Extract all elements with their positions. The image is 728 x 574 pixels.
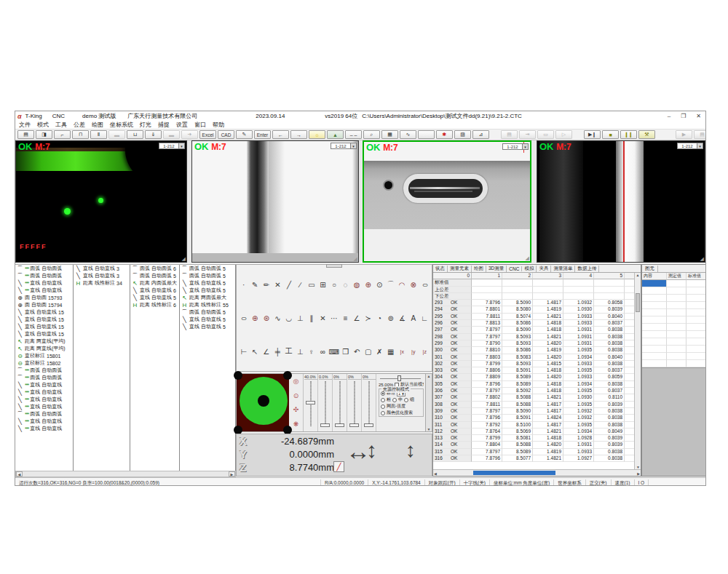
arc-cross-tool[interactable]: ⊗ [408,279,419,290]
menu-item[interactable]: 模式 [37,121,49,129]
results-tab[interactable]: CNC [507,266,522,271]
pause-button[interactable]: ❙❙ [620,130,637,139]
table-row[interactable]: 306OK7.87978.50921.48181.09350.80371.098… [433,388,634,394]
table-row[interactable]: 314OK7.88048.50881.48201.09310.80391.098… [433,442,634,448]
element-row[interactable] [642,302,706,309]
calculator-tool[interactable]: ▦ [386,346,396,356]
results-tab[interactable]: 测量元素 [448,266,472,272]
element-row[interactable] [642,346,706,353]
table-row[interactable]: 294OK7.88018.50801.48191.09300.80391.098… [433,306,634,313]
diagonal-move-button[interactable]: ╱ [333,461,344,472]
keyboard-tool[interactable]: ⌨ [329,346,339,356]
slider-thumb[interactable] [320,423,330,427]
vscroll-thumb[interactable] [636,293,640,312]
camera-zoom-select[interactable]: 1-212▾ [331,143,357,149]
circle-pattern2-tool[interactable]: ⊛ [261,313,272,323]
table-row[interactable]: 300OK7.88108.50861.48191.09350.80381.098… [433,347,634,354]
placeholder-button[interactable]: ▬ [108,130,125,139]
light-slider-3[interactable]: 0% [333,374,347,431]
magnifier-button[interactable]: ⌕ [363,130,380,139]
list-item[interactable]: ⌒***圆弧自动圆弧 [15,374,73,381]
table-row[interactable]: 295OK7.88118.50741.48211.09330.80401.098… [433,314,634,320]
circle-tool[interactable]: ○ [329,279,339,290]
results-tab[interactable]: 绘图 [472,266,486,272]
list-item[interactable]: ⊖直径标注15801 [15,352,73,359]
list-item[interactable]: ╲***直线自动直线 [15,425,73,432]
element-row[interactable] [642,295,706,302]
light-slider-2[interactable]: 0.0% [318,374,333,431]
column-down-button[interactable]: ⇓ [145,130,162,139]
save2-button[interactable]: ▤ [694,130,706,139]
list-item[interactable]: ↖距离两直线(平均) [15,338,73,345]
light-panel-scrollbar[interactable]: ▲▼ [425,374,432,431]
list-item[interactable]: ⊕圆自动圆15794 [15,301,73,308]
list-item[interactable]: ╲直线自动直线5 [130,294,179,301]
list-item[interactable]: ╲直线自动直线5 [180,287,235,294]
list-item[interactable]: ⌒圆弧自动圆弧5 [180,308,235,316]
right-angle-tool[interactable]: ∟ [420,313,430,323]
run-tool-button[interactable]: ⚒ [638,130,655,139]
menu-item[interactable]: 坐标系统 [110,121,133,129]
link-tool[interactable]: ∞ [318,346,328,356]
circle-pattern-tool[interactable]: ⊕ [250,313,261,323]
results-hscrollbar[interactable]: ◀ ▶ [433,469,641,476]
palette-collapse-button[interactable] [326,264,342,268]
element-row[interactable] [642,324,706,331]
jog-xy-vertical-icon[interactable]: ↕ [366,434,377,466]
table-row[interactable]: 308OK7.88118.50881.48171.09350.80391.098… [433,402,634,408]
list-item[interactable]: ╲直线自动直线3 [74,265,130,272]
minus-minus-button[interactable]: – – [345,130,362,139]
camera-view-2[interactable]: OK M:71-212▾◢ [191,140,359,263]
list-item[interactable]: ⌒***圆弧自动圆弧 [15,272,73,279]
list-item[interactable]: ╲***直线自动直线 [15,403,73,410]
line-scan-tool[interactable]: ∕ [296,279,306,290]
ellipse-scan-tool[interactable]: ○ [237,313,251,323]
element-row[interactable] [642,338,706,346]
select-rect-tool[interactable]: ▢ [363,346,373,356]
angle-measure-tool[interactable]: ∡ [397,313,407,323]
dither-button[interactable]: ▨ [454,130,471,139]
results-tab[interactable]: 夹具 [537,266,551,272]
copy-tool[interactable]: ❐ [341,346,351,356]
light-slider-4[interactable]: 0% [347,374,362,431]
camera-view-1[interactable]: FFFFFOK M:71-212▾◢ [15,140,187,263]
circle-dot-tool[interactable]: ⊙ [374,279,384,290]
element-row[interactable] [642,331,706,338]
angle2-tool[interactable]: ≻ [363,313,373,323]
hscroll-thumb[interactable] [473,471,555,475]
list-item[interactable]: ⊕圆自动圆15793 [15,294,73,301]
multi-point-tool[interactable]: ⋯ [329,313,339,323]
move-stage-button[interactable]: ➜ [181,130,198,139]
camera-zoom-select[interactable]: 1-212▾ [677,143,703,149]
angle-tool[interactable]: ∠ [352,313,362,323]
slider-thumb[interactable] [364,423,373,427]
list-item[interactable]: ╲直线自动直线6 [130,287,179,294]
closed-curve-tool[interactable]: ◡ [284,313,294,323]
rect-scan-tool[interactable]: ⊞ [318,279,328,290]
table-row[interactable]: 305OK7.87968.50891.48181.09340.80381.098… [433,381,634,388]
wave-button[interactable]: ∿ [400,130,416,139]
placeholder2-button[interactable]: ▬ [163,130,180,139]
circle-cross-tool[interactable]: ⊕ [363,279,373,290]
list-item[interactable]: ╲直线自动直线5 [180,323,235,330]
point-tool[interactable]: · [239,279,249,290]
rect-tool[interactable]: ▭ [306,279,317,290]
list-item[interactable]: ╲***直线自动直线 [15,388,73,396]
ring-light-control[interactable] [237,374,289,431]
menu-item[interactable]: 工具 [55,121,67,129]
tangent-tool[interactable]: ◔ [374,313,384,323]
play2-button[interactable]: ▶ [676,130,692,139]
draw-pen-button[interactable]: ✎ [236,130,253,139]
element-row[interactable] [642,353,706,360]
camera-view-3[interactable]: OK M:71-212▾◢ [363,140,531,263]
table-row[interactable]: 293OK7.87968.50901.48171.09320.80581.098… [433,300,634,306]
mode-extra1-radio[interactable] [381,404,385,409]
text-tool[interactable]: A [408,313,419,323]
list-item[interactable]: ⌒圆弧自动圆弧6 [130,265,179,272]
list-item[interactable]: ╲***直线自动直线 [15,418,73,425]
pick-area-tool[interactable]: ✏ [261,279,272,290]
folder-run-button[interactable]: ▭ [537,130,554,139]
results-vscrollbar[interactable]: ▲▼ [634,273,641,469]
menu-item[interactable]: 文件 [19,121,31,129]
menu-item[interactable]: 绘图 [92,121,103,129]
